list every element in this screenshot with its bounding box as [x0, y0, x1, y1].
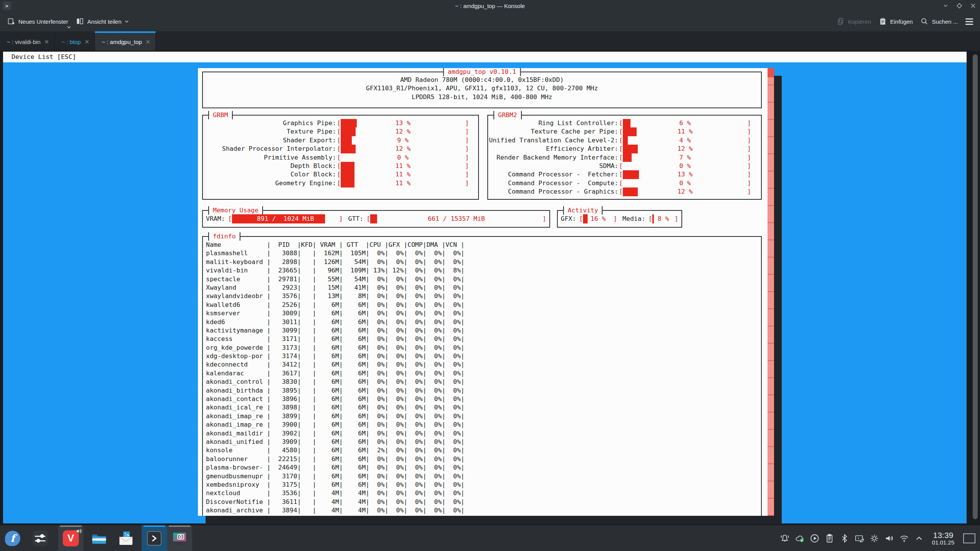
tui-scrollbar-thumb[interactable] — [768, 68, 774, 77]
folder-icon — [91, 531, 106, 546]
notifications-icon[interactable] — [780, 533, 790, 543]
task-konsole[interactable] — [142, 525, 167, 551]
fdinfo-box: fdinfo Name | PID |KFD| VRAM | GTT |CPU … — [202, 236, 762, 516]
gauge-label: Texture Pipe: — [203, 127, 336, 136]
fdinfo-row: org_kde_powerde | 3173| | 6M| 6M| 0%| 0%… — [206, 344, 761, 352]
usage-gauge: [6 %] — [619, 119, 751, 127]
fdinfo-row: ksmserver | 3009| | 6M| 6M| 0%| 0%| 0%| … — [206, 309, 761, 318]
task-indicator — [169, 525, 190, 527]
usage-gauge: [0 %] — [619, 179, 751, 187]
gauge-label: Media: — [622, 214, 645, 223]
fdinfo-row: akonadi_ical_re | 3898| | 6M| 6M| 0%| 0%… — [206, 403, 761, 412]
minimize-icon[interactable] — [942, 3, 949, 9]
fdinfo-row: kaccess | 3171| | 6M| 6M| 0%| 0%| 0%| 0%… — [206, 335, 761, 343]
gauge-row: Render Backend Memory Interface:[7 %] — [488, 153, 761, 162]
settings-launcher[interactable] — [29, 525, 51, 551]
task-vivaldi[interactable]: V — [58, 525, 83, 551]
gauge-row: Unified Translation Cache Level-2:[4 %] — [488, 136, 761, 145]
usage-gauge: [7 %] — [619, 153, 751, 162]
amdgpu-top-menu-bar[interactable]: Device List [ESC] — [3, 52, 967, 62]
search-label: Suchen ... — [932, 18, 958, 25]
wifi-icon[interactable] — [899, 533, 909, 543]
fdinfo-row: vivaldi-bin | 23665| | 96M| 109M| 13%| 1… — [206, 266, 761, 275]
usage-gauge: [12 %] — [337, 127, 469, 136]
gauge-row: Texture Cache per Pipe:[11 %] — [488, 127, 761, 136]
fdinfo-row: kactivitymanage | 3099| | 6M| 6M| 0%| 0%… — [206, 326, 761, 335]
terminal-area[interactable]: Device List [ESC] amdgpu_top v0.10.1 AMD… — [0, 51, 980, 525]
window-titlebar[interactable]: > ~ : amdgpu_top — Konsole — [0, 0, 980, 11]
fdinfo-row: akonadi_control | 3830| | 6M| 6M| 0%| 0%… — [206, 378, 761, 386]
application-launcher-button[interactable]: f — [2, 525, 24, 551]
clock-time: 13:39 — [932, 531, 954, 540]
vivaldi-icon: V — [63, 530, 79, 546]
menu-button[interactable] — [965, 18, 973, 25]
close-icon[interactable]: × — [145, 38, 150, 46]
fdinfo-row: nextcloud | 3536| | 4M| 4M| 0%| 0%| 0%| … — [206, 489, 761, 497]
fdinfo-title: fdinfo — [208, 232, 240, 241]
power-profile-icon[interactable] — [854, 533, 864, 543]
tui-scrollbar[interactable] — [768, 68, 774, 516]
expand-tray-icon[interactable] — [914, 533, 924, 543]
tab-vivaldi-bin[interactable]: ~ : vivaldi-bin × — [0, 31, 55, 51]
usage-gauge: [13 %] — [337, 119, 469, 127]
fdinfo-row: kded6 | 3011| | 6M| 6M| 0%| 0%| 0%| 0%| … — [206, 318, 761, 326]
copy-button[interactable]: Kopieren — [833, 14, 875, 29]
usage-gauge: [11 %] — [337, 179, 469, 187]
split-view-icon — [76, 17, 84, 26]
fdinfo-row: Xwayland | 2923| | 15M| 41M| 0%| 0%| 0%|… — [206, 284, 761, 292]
fdinfo-row: xdg-desktop-por | 3174| | 6M| 6M| 0%| 0%… — [206, 352, 761, 360]
fdinfo-row: kwalletd6 | 2526| | 6M| 6M| 0%| 0%| 0%| … — [206, 301, 761, 309]
gauge-label: Render Backend Memory Interface: — [488, 153, 618, 162]
kmail-launcher[interactable] — [115, 525, 137, 551]
usage-gauge: [9 %] — [337, 136, 469, 145]
close-icon[interactable]: × — [44, 38, 49, 46]
gauge-row: Color Block:[11 %] — [203, 170, 478, 179]
task-spectacle[interactable] — [167, 525, 192, 551]
brightness-icon[interactable] — [869, 533, 879, 543]
nextcloud-sync-icon[interactable] — [795, 533, 805, 543]
gauge-row: Efficiency Arbiter:[12 %] — [488, 145, 761, 153]
fdinfo-row: akonadi_maildir | 3902| | 6M| 6M| 0%| 0%… — [206, 429, 761, 438]
gauge-label: Command Processor - Fetcher: — [488, 170, 618, 179]
konsole-scrollbar-thumb[interactable] — [973, 54, 978, 519]
fdinfo-row: plasmashell | 3088| | 162M| 105M| 0%| 0%… — [206, 249, 761, 258]
fdinfo-row: maliit-keyboard | 2898| | 126M| 54M| 0%|… — [206, 258, 761, 266]
close-icon[interactable]: × — [85, 38, 89, 46]
gauge-row: Geometry Engine:[11 %] — [203, 179, 478, 187]
system-tray: 13:39 01.01.25 — [780, 531, 980, 546]
media-player-icon[interactable] — [810, 533, 820, 543]
digital-clock[interactable]: 13:39 01.01.25 — [932, 531, 954, 546]
new-tab-label: Neues Unterfenster — [18, 18, 68, 25]
volume-icon[interactable] — [884, 533, 894, 543]
paste-label: Einfügen — [890, 18, 913, 25]
clipboard-icon[interactable] — [825, 533, 835, 543]
desktop: > ~ : amdgpu_top — Konsole Neues Unterfe… — [0, 0, 980, 551]
fdinfo-table: Name | PID |KFD| VRAM | GTT |CPU |GFX |C… — [203, 237, 761, 515]
usage-gauge: [11 %] — [337, 162, 469, 170]
usage-gauge: [12 %] — [619, 145, 751, 153]
tab-btop[interactable]: ~ : btop × — [55, 31, 95, 51]
bluetooth-icon[interactable] — [840, 533, 849, 543]
fdinfo-row: akonadi_birthda | 3895| | 6M| 6M| 0%| 0%… — [206, 386, 761, 395]
konsole-scrollbar-track[interactable] — [967, 51, 980, 525]
maximize-icon[interactable] — [956, 3, 962, 9]
gauge-row: Command Processor - Fetcher:[13 %] — [488, 170, 761, 179]
gauge-label: Shader Export: — [203, 136, 336, 145]
memory-usage-title: Memory Usage — [208, 206, 263, 215]
close-icon[interactable] — [970, 3, 976, 9]
gauge-label: Command Processor - Compute: — [488, 179, 618, 187]
gpu-name-line: AMD Radeon 780M (0000:c4:00.0, 0x15BF:0x… — [203, 76, 761, 84]
fdinfo-row: xembedsniproxy | 3175| | 6M| 6M| 0%| 0%|… — [206, 481, 761, 489]
gauge-label: Texture Cache per Pipe: — [488, 127, 618, 136]
gauge-row: Shader Processor Interpolator:[12 %] — [203, 145, 478, 153]
fdinfo-header-row: Name | PID |KFD| VRAM | GTT |CPU |GFX |C… — [206, 241, 761, 249]
search-button[interactable]: Suchen ... — [916, 14, 962, 29]
usage-gauge: [8 %] — [648, 214, 678, 223]
paste-button[interactable]: Einfügen — [875, 14, 916, 29]
dolphin-launcher[interactable] — [87, 525, 109, 551]
show-desktop-button[interactable] — [963, 533, 975, 543]
usage-gauge: [12 %] — [337, 145, 469, 153]
tab-amdgpu-top[interactable]: ~ : amdgpu_top × — [95, 31, 156, 51]
split-view-button[interactable]: Ansicht teilen — [72, 14, 133, 29]
new-tab-button[interactable]: Neues Unterfenster — [3, 14, 72, 29]
